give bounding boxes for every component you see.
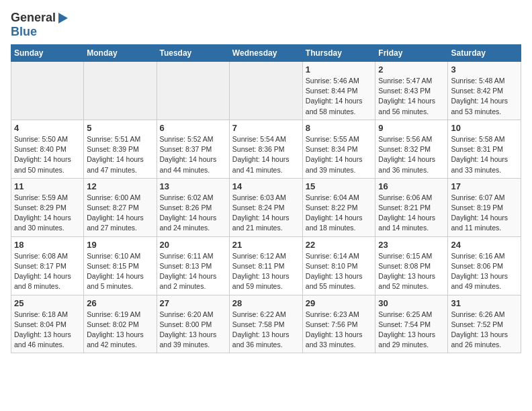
day-number: 31 (451, 298, 518, 308)
calendar-cell (11, 62, 84, 120)
calendar-cell: 25Sunrise: 6:18 AM Sunset: 8:04 PM Dayli… (11, 295, 84, 353)
day-detail: Sunrise: 5:47 AM Sunset: 8:43 PM Dayligh… (378, 76, 445, 117)
day-detail: Sunrise: 6:08 AM Sunset: 8:17 PM Dayligh… (14, 251, 81, 292)
day-detail: Sunrise: 6:10 AM Sunset: 8:15 PM Dayligh… (87, 251, 153, 292)
calendar-cell: 10Sunrise: 5:58 AM Sunset: 8:31 PM Dayli… (448, 120, 521, 178)
calendar-cell: 2Sunrise: 5:47 AM Sunset: 8:43 PM Daylig… (375, 62, 448, 120)
logo: General Blue (11, 11, 68, 39)
day-number: 30 (378, 298, 445, 308)
day-number: 13 (160, 181, 226, 191)
calendar-cell: 15Sunrise: 6:04 AM Sunset: 8:22 PM Dayli… (302, 178, 375, 236)
weekday-header-monday: Monday (84, 45, 157, 62)
calendar-week-row: 18Sunrise: 6:08 AM Sunset: 8:17 PM Dayli… (11, 236, 521, 295)
calendar-table: SundayMondayTuesdayWednesdayThursdayFrid… (11, 44, 521, 353)
day-detail: Sunrise: 6:26 AM Sunset: 7:52 PM Dayligh… (451, 310, 518, 351)
day-detail: Sunrise: 5:51 AM Sunset: 8:39 PM Dayligh… (87, 134, 153, 175)
calendar-cell: 24Sunrise: 6:16 AM Sunset: 8:06 PM Dayli… (448, 236, 521, 295)
day-detail: Sunrise: 6:02 AM Sunset: 8:26 PM Dayligh… (160, 193, 226, 234)
day-number: 15 (306, 181, 373, 191)
calendar-cell: 28Sunrise: 6:22 AM Sunset: 7:58 PM Dayli… (229, 295, 302, 353)
calendar-cell: 23Sunrise: 6:15 AM Sunset: 8:08 PM Dayli… (375, 236, 448, 295)
day-detail: Sunrise: 6:11 AM Sunset: 8:13 PM Dayligh… (160, 251, 226, 292)
day-detail: Sunrise: 5:54 AM Sunset: 8:36 PM Dayligh… (232, 134, 300, 175)
day-number: 1 (306, 64, 373, 75)
day-detail: Sunrise: 6:04 AM Sunset: 8:22 PM Dayligh… (306, 193, 373, 234)
day-detail: Sunrise: 6:06 AM Sunset: 8:21 PM Dayligh… (378, 193, 445, 234)
day-number: 25 (14, 298, 81, 308)
calendar-cell: 7Sunrise: 5:54 AM Sunset: 8:36 PM Daylig… (229, 120, 302, 178)
calendar-cell: 19Sunrise: 6:10 AM Sunset: 8:15 PM Dayli… (84, 236, 157, 295)
day-number: 23 (378, 240, 445, 250)
calendar-cell (157, 62, 229, 120)
calendar-cell: 17Sunrise: 6:07 AM Sunset: 8:19 PM Dayli… (448, 178, 521, 236)
day-detail: Sunrise: 6:18 AM Sunset: 8:04 PM Dayligh… (14, 310, 81, 351)
calendar-cell: 6Sunrise: 5:52 AM Sunset: 8:37 PM Daylig… (157, 120, 229, 178)
day-detail: Sunrise: 6:14 AM Sunset: 8:10 PM Dayligh… (306, 251, 373, 292)
day-number: 20 (160, 240, 226, 250)
day-number: 11 (14, 181, 81, 191)
day-number: 8 (306, 123, 373, 133)
day-number: 29 (306, 298, 373, 308)
calendar-week-row: 1Sunrise: 5:46 AM Sunset: 8:44 PM Daylig… (11, 62, 521, 120)
logo-arrow-icon (58, 13, 68, 24)
day-detail: Sunrise: 6:23 AM Sunset: 7:56 PM Dayligh… (306, 310, 373, 351)
calendar-cell: 4Sunrise: 5:50 AM Sunset: 8:40 PM Daylig… (11, 120, 84, 178)
calendar-cell: 29Sunrise: 6:23 AM Sunset: 7:56 PM Dayli… (302, 295, 375, 353)
day-number: 27 (160, 298, 226, 308)
day-detail: Sunrise: 6:20 AM Sunset: 8:00 PM Dayligh… (160, 310, 226, 351)
day-number: 12 (87, 181, 153, 191)
day-number: 21 (232, 240, 300, 250)
day-detail: Sunrise: 6:19 AM Sunset: 8:02 PM Dayligh… (87, 310, 153, 351)
weekday-header-thursday: Thursday (302, 45, 375, 62)
weekday-header-tuesday: Tuesday (157, 45, 229, 62)
calendar-cell: 14Sunrise: 6:03 AM Sunset: 8:24 PM Dayli… (229, 178, 302, 236)
day-detail: Sunrise: 6:25 AM Sunset: 7:54 PM Dayligh… (378, 310, 445, 351)
day-detail: Sunrise: 5:46 AM Sunset: 8:44 PM Dayligh… (306, 76, 373, 117)
calendar-cell: 31Sunrise: 6:26 AM Sunset: 7:52 PM Dayli… (448, 295, 521, 353)
day-number: 17 (451, 181, 518, 191)
calendar-cell: 1Sunrise: 5:46 AM Sunset: 8:44 PM Daylig… (302, 62, 375, 120)
calendar-week-row: 25Sunrise: 6:18 AM Sunset: 8:04 PM Dayli… (11, 295, 521, 353)
day-number: 6 (160, 123, 226, 133)
day-detail: Sunrise: 5:52 AM Sunset: 8:37 PM Dayligh… (160, 134, 226, 175)
day-detail: Sunrise: 5:48 AM Sunset: 8:42 PM Dayligh… (451, 76, 518, 117)
day-number: 7 (232, 123, 300, 133)
calendar-cell: 27Sunrise: 6:20 AM Sunset: 8:00 PM Dayli… (157, 295, 229, 353)
calendar-cell: 16Sunrise: 6:06 AM Sunset: 8:21 PM Dayli… (375, 178, 448, 236)
day-number: 3 (451, 64, 518, 75)
day-number: 4 (14, 123, 81, 133)
calendar-cell: 9Sunrise: 5:56 AM Sunset: 8:32 PM Daylig… (375, 120, 448, 178)
calendar-header-row: SundayMondayTuesdayWednesdayThursdayFrid… (11, 45, 521, 62)
day-number: 2 (378, 64, 445, 75)
day-detail: Sunrise: 6:00 AM Sunset: 8:27 PM Dayligh… (87, 193, 153, 234)
calendar-cell: 3Sunrise: 5:48 AM Sunset: 8:42 PM Daylig… (448, 62, 521, 120)
day-detail: Sunrise: 6:15 AM Sunset: 8:08 PM Dayligh… (378, 251, 445, 292)
day-number: 14 (232, 181, 300, 191)
calendar-cell: 22Sunrise: 6:14 AM Sunset: 8:10 PM Dayli… (302, 236, 375, 295)
calendar-week-row: 11Sunrise: 5:59 AM Sunset: 8:29 PM Dayli… (11, 178, 521, 236)
calendar-cell: 21Sunrise: 6:12 AM Sunset: 8:11 PM Dayli… (229, 236, 302, 295)
calendar-cell: 8Sunrise: 5:55 AM Sunset: 8:34 PM Daylig… (302, 120, 375, 178)
day-detail: Sunrise: 5:56 AM Sunset: 8:32 PM Dayligh… (378, 134, 445, 175)
day-detail: Sunrise: 6:07 AM Sunset: 8:19 PM Dayligh… (451, 193, 518, 234)
day-number: 18 (14, 240, 81, 250)
weekday-header-saturday: Saturday (448, 45, 521, 62)
day-number: 28 (232, 298, 300, 308)
day-detail: Sunrise: 6:03 AM Sunset: 8:24 PM Dayligh… (232, 193, 300, 234)
day-detail: Sunrise: 6:16 AM Sunset: 8:06 PM Dayligh… (451, 251, 518, 292)
day-number: 10 (451, 123, 518, 133)
day-number: 16 (378, 181, 445, 191)
logo-general-text: General (11, 11, 56, 25)
calendar-week-row: 4Sunrise: 5:50 AM Sunset: 8:40 PM Daylig… (11, 120, 521, 178)
weekday-header-wednesday: Wednesday (229, 45, 302, 62)
calendar-cell: 5Sunrise: 5:51 AM Sunset: 8:39 PM Daylig… (84, 120, 157, 178)
page-header: General Blue (11, 11, 521, 39)
day-detail: Sunrise: 5:58 AM Sunset: 8:31 PM Dayligh… (451, 134, 518, 175)
day-detail: Sunrise: 5:59 AM Sunset: 8:29 PM Dayligh… (14, 193, 81, 234)
calendar-cell: 26Sunrise: 6:19 AM Sunset: 8:02 PM Dayli… (84, 295, 157, 353)
day-detail: Sunrise: 6:12 AM Sunset: 8:11 PM Dayligh… (232, 251, 300, 292)
day-number: 9 (378, 123, 445, 133)
calendar-cell: 11Sunrise: 5:59 AM Sunset: 8:29 PM Dayli… (11, 178, 84, 236)
day-detail: Sunrise: 6:22 AM Sunset: 7:58 PM Dayligh… (232, 310, 300, 351)
day-number: 24 (451, 240, 518, 250)
